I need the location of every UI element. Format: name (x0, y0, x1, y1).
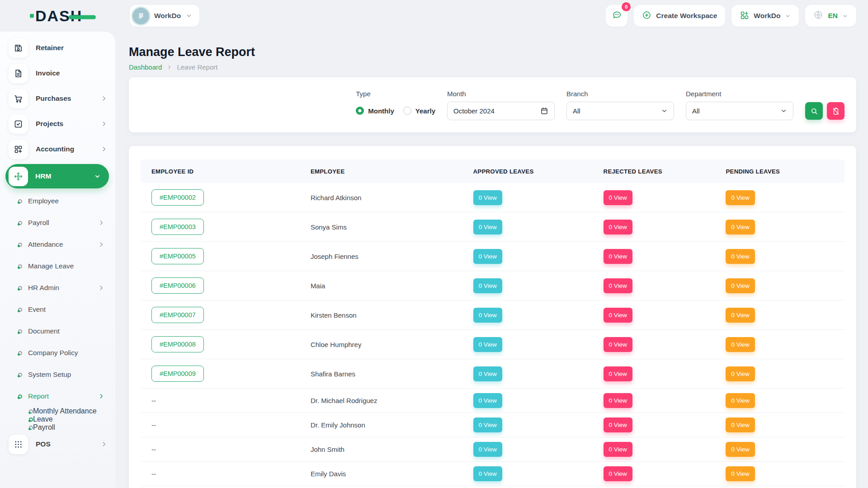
sidebar-item-label: HR Admin (28, 284, 59, 292)
sidebar-item-monthly-attendance[interactable]: Monthly Attendance (0, 407, 115, 415)
employee-id-button[interactable]: #EMP00005 (151, 248, 204, 264)
breadcrumb-current: Leave Report (177, 63, 217, 71)
sidebar-item-retainer[interactable]: Retainer (0, 35, 115, 61)
approved-leaves-view-badge[interactable]: 0 View (473, 190, 502, 205)
employee-name-cell: Shafira Barnes (300, 370, 462, 378)
sidebar-item-company-policy[interactable]: Company Policy (0, 342, 115, 364)
filter-card: Type Monthly Yearly Month October 2024 (129, 77, 856, 132)
employee-id-button[interactable]: #EMP00007 (151, 307, 204, 323)
chevron-right-icon (98, 393, 104, 399)
rejected-leaves-view-badge[interactable]: 0 View (604, 278, 632, 293)
pending-leaves-view-badge[interactable]: 0 View (726, 190, 755, 205)
bullet-icon (18, 329, 22, 333)
rejected-leaves-view-badge[interactable]: 0 View (604, 308, 632, 323)
grid-plus-icon (9, 140, 28, 159)
pending-leaves-view-badge[interactable]: 0 View (726, 278, 755, 293)
approved-leaves-view-badge[interactable]: 0 View (473, 337, 502, 352)
approved-leaves-cell: 0 View (462, 337, 593, 352)
sidebar-item-label: Payroll (33, 423, 55, 432)
approved-leaves-view-badge[interactable]: 0 View (473, 249, 502, 264)
chevron-right-icon (101, 95, 107, 102)
pending-leaves-view-badge[interactable]: 0 View (726, 337, 755, 352)
employee-id-cell: -- (141, 421, 300, 429)
sidebar-item-event[interactable]: Event (0, 299, 115, 320)
pending-leaves-view-badge[interactable]: 0 View (726, 393, 755, 408)
employee-id-button[interactable]: #EMP00009 (151, 366, 204, 382)
breadcrumb-dashboard-link[interactable]: Dashboard (129, 63, 162, 71)
approved-leaves-view-badge[interactable]: 0 View (473, 220, 502, 235)
workdo-apps-button[interactable]: WorkDo (731, 5, 799, 27)
sidebar-item-pos[interactable]: POS (0, 432, 115, 457)
rejected-leaves-view-badge[interactable]: 0 View (604, 418, 632, 432)
rejected-leaves-cell: 0 View (593, 220, 715, 235)
breadcrumb: Dashboard Leave Report (129, 63, 868, 71)
sidebar-item-document[interactable]: Document (0, 320, 115, 342)
sidebar-item-invoice[interactable]: Invoice (0, 61, 115, 86)
sidebar-item-employee[interactable]: Employee (0, 190, 115, 212)
pending-leaves-view-badge[interactable]: 0 View (726, 220, 755, 235)
rejected-leaves-view-badge[interactable]: 0 View (604, 442, 632, 457)
sidebar-item-projects[interactable]: Projects (0, 111, 115, 136)
search-button[interactable] (805, 102, 823, 120)
approved-leaves-view-badge[interactable]: 0 View (473, 393, 502, 408)
branch-select[interactable]: All (566, 102, 674, 120)
pending-leaves-view-badge[interactable]: 0 View (726, 249, 755, 264)
department-select[interactable]: All (686, 102, 793, 120)
chevron-right-icon (101, 121, 107, 127)
approved-leaves-cell: 0 View (462, 393, 593, 408)
sidebar-item-system-setup[interactable]: System Setup (0, 364, 115, 385)
sidebar-item-payroll[interactable]: Payroll (0, 212, 115, 234)
table-row: --Dr. Michael Rodriguez0 View0 View0 Vie… (141, 389, 844, 413)
employee-name-cell: Chloe Humphrey (300, 341, 462, 348)
create-workspace-button[interactable]: Create Workspace (634, 5, 725, 27)
pending-leaves-view-badge[interactable]: 0 View (726, 442, 755, 457)
employee-id-button[interactable]: #EMP00006 (151, 277, 204, 294)
sidebar-item-manage-leave[interactable]: Manage Leave (0, 255, 115, 277)
create-workspace-label: Create Workspace (656, 12, 717, 20)
sidebar-item-hr-admin[interactable]: HR Admin (0, 277, 115, 299)
reset-button[interactable] (827, 102, 844, 120)
approved-leaves-view-badge[interactable]: 0 View (473, 466, 502, 481)
rejected-leaves-view-badge[interactable]: 0 View (604, 220, 632, 235)
rejected-leaves-view-badge[interactable]: 0 View (604, 466, 632, 481)
rejected-leaves-view-badge[interactable]: 0 View (604, 249, 632, 264)
pending-leaves-cell: 0 View (715, 220, 844, 235)
employee-id-button[interactable]: #EMP00003 (151, 219, 204, 235)
sidebar-item-purchases[interactable]: Purchases (0, 86, 115, 111)
approved-leaves-view-badge[interactable]: 0 View (473, 366, 502, 381)
sidebar-item-report[interactable]: Report (0, 385, 115, 407)
pending-leaves-view-badge[interactable]: 0 View (726, 366, 755, 381)
approved-leaves-view-badge[interactable]: 0 View (473, 442, 502, 457)
sidebar-item-label: Document (28, 327, 60, 335)
globe-icon (813, 10, 823, 22)
employee-id-button[interactable]: #EMP00002 (151, 189, 204, 206)
chevron-down-icon (785, 13, 791, 19)
rejected-leaves-view-badge[interactable]: 0 View (604, 190, 632, 205)
approved-leaves-view-badge[interactable]: 0 View (473, 308, 502, 323)
messages-button[interactable]: 0 (606, 5, 627, 27)
type-radio-group: Monthly Yearly (356, 102, 435, 120)
month-input[interactable]: October 2024 (447, 102, 555, 120)
rejected-leaves-view-badge[interactable]: 0 View (604, 393, 632, 408)
chevron-right-icon (98, 241, 104, 248)
sidebar-item-accounting[interactable]: Accounting (0, 136, 115, 162)
language-selector[interactable]: EN (805, 5, 856, 27)
employee-name: Dr. Emily Johnson (311, 421, 365, 429)
approved-leaves-view-badge[interactable]: 0 View (473, 418, 502, 432)
sidebar-item-hrm[interactable]: HRM (5, 164, 109, 188)
pending-leaves-view-badge[interactable]: 0 View (726, 308, 755, 323)
radio-yearly[interactable]: Yearly (403, 107, 435, 115)
pending-leaves-view-badge[interactable]: 0 View (726, 466, 755, 481)
radio-monthly[interactable]: Monthly (356, 107, 394, 115)
sidebar-item-leave[interactable]: Leave (0, 415, 115, 423)
sidebar-item-attendance[interactable]: Attendance (0, 234, 115, 255)
pending-leaves-view-badge[interactable]: 0 View (726, 418, 755, 432)
rejected-leaves-cell: 0 View (593, 466, 715, 481)
workspace-switcher[interactable]: WorkDo (130, 5, 199, 27)
dash-logo[interactable]: DASH (30, 7, 82, 25)
approved-leaves-view-badge[interactable]: 0 View (473, 278, 502, 293)
rejected-leaves-view-badge[interactable]: 0 View (604, 366, 632, 381)
rejected-leaves-view-badge[interactable]: 0 View (604, 337, 632, 352)
sidebar-item-payroll[interactable]: Payroll (0, 423, 115, 432)
employee-id-button[interactable]: #EMP00008 (151, 336, 204, 352)
